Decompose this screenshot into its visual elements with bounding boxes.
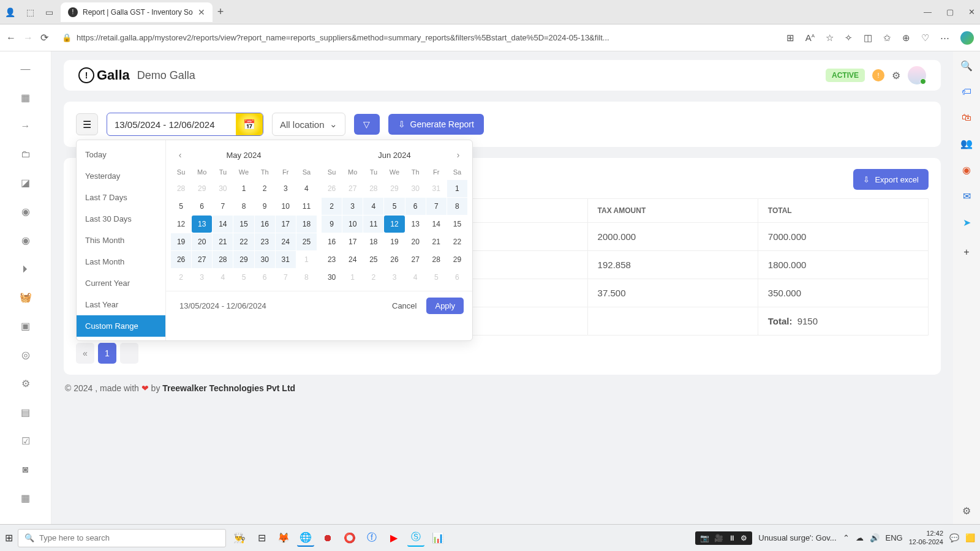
date-range-input[interactable] <box>107 119 236 130</box>
calendar-day[interactable]: 30 <box>255 251 275 268</box>
calendar-day[interactable]: 14 <box>426 216 447 233</box>
tray-accessory-icon[interactable]: 🟨 <box>965 533 975 542</box>
shopping-icon[interactable]: 🛍 <box>962 112 971 123</box>
calendar-day[interactable]: 13 <box>192 216 212 233</box>
gear-icon[interactable]: ⚙ <box>21 378 30 389</box>
dashboard-icon[interactable]: ▦ <box>21 92 30 103</box>
taskbar-search[interactable]: 🔍 Type here to search <box>18 529 226 547</box>
calendar-day[interactable]: 11 <box>296 198 317 215</box>
calendar-day[interactable]: 25 <box>363 251 383 268</box>
refresh-button[interactable]: ⟳ <box>40 32 48 43</box>
camera-icon[interactable]: ◙ <box>23 464 29 475</box>
facebook-icon[interactable]: ⓕ <box>363 530 380 547</box>
people-icon[interactable]: 👥 <box>960 138 973 149</box>
preset-last-month[interactable]: Last Month <box>77 251 165 272</box>
pin-icon[interactable]: ◎ <box>21 349 30 361</box>
office-icon[interactable]: ◉ <box>962 164 971 176</box>
page-prev[interactable]: « <box>76 343 94 364</box>
calendar-button[interactable]: 📅 <box>236 113 263 136</box>
prev-month-button[interactable]: ‹ <box>175 150 186 160</box>
split-screen-icon[interactable]: ◫ <box>864 32 872 43</box>
calendar-day[interactable]: 18 <box>363 233 383 250</box>
arrow-right-icon[interactable]: → <box>21 121 31 132</box>
forward-button[interactable]: → <box>23 32 33 43</box>
minimize-icon[interactable]: — <box>924 7 932 17</box>
calendar-day[interactable]: 14 <box>213 216 233 233</box>
calendar-day[interactable]: 6 <box>405 198 426 215</box>
calendar-day[interactable]: 28 <box>213 251 233 268</box>
calendar-day[interactable]: 21 <box>213 233 233 250</box>
calendar-icon[interactable]: ▦ <box>21 492 30 504</box>
sidebar-settings-icon[interactable]: ⚙ <box>962 505 971 517</box>
check-icon[interactable]: ☑ <box>21 435 30 447</box>
system-clock[interactable]: 12:42 12-06-2024 <box>909 530 943 545</box>
calendar-day[interactable]: 3 <box>342 198 363 215</box>
calendar-day[interactable]: 4 <box>296 180 317 197</box>
calendar-day[interactable]: 8 <box>447 198 467 215</box>
preset-last-30-days[interactable]: Last 30 Days <box>77 208 165 230</box>
calendar-day[interactable]: 2 <box>322 198 342 215</box>
blue-tag-icon[interactable]: 🏷 <box>962 86 971 97</box>
page-current[interactable]: 1 <box>98 343 116 364</box>
settings-gear-icon[interactable]: ⚙ <box>892 70 900 81</box>
youtube-icon[interactable]: ▶ <box>385 530 402 547</box>
text-size-icon[interactable]: AA <box>805 32 815 43</box>
card-icon[interactable]: ▣ <box>21 320 30 332</box>
folder-icon[interactable]: 🗀 <box>21 149 31 160</box>
settings-menu-icon[interactable]: ⋯ <box>940 32 949 43</box>
calendar-day[interactable]: 24 <box>342 251 363 268</box>
collapse-icon[interactable]: — <box>21 64 31 75</box>
calendar-day[interactable]: 10 <box>276 198 296 215</box>
calendar-day[interactable]: 24 <box>276 233 296 250</box>
tray-recording[interactable]: 📷 🎥 ⏸ ⚙ <box>695 531 752 545</box>
calendar-day[interactable]: 20 <box>405 233 426 250</box>
app-chef-icon[interactable]: 👨‍🍳 <box>231 530 248 547</box>
calendar-day[interactable]: 4 <box>363 198 383 215</box>
preset-custom-range[interactable]: Custom Range <box>77 315 165 337</box>
avatar[interactable] <box>908 66 926 84</box>
calendar-day[interactable]: 15 <box>233 216 254 233</box>
calendar-day[interactable]: 25 <box>296 233 317 250</box>
user2-icon[interactable]: ◉ <box>21 234 30 246</box>
new-tab-button[interactable]: + <box>217 6 224 18</box>
calendar-day[interactable]: 31 <box>276 251 296 268</box>
calendar-day[interactable]: 7 <box>426 198 447 215</box>
calendar-day[interactable]: 11 <box>363 216 383 233</box>
profile-icon[interactable]: 👤 <box>5 7 15 17</box>
cancel-button[interactable]: Cancel <box>392 301 417 310</box>
record-icon[interactable]: ⏺ <box>319 530 336 547</box>
calendar-day[interactable]: 27 <box>192 251 212 268</box>
apply-button[interactable]: Apply <box>426 298 464 314</box>
calendar-day[interactable]: 2 <box>255 180 275 197</box>
preset-last-year[interactable]: Last Year <box>77 294 165 315</box>
calendar-day[interactable]: 17 <box>276 216 296 233</box>
tab-actions-icon[interactable]: ▭ <box>45 7 53 17</box>
calendar-day[interactable]: 19 <box>171 233 191 250</box>
calendar-day[interactable]: 5 <box>171 198 191 215</box>
filter-button[interactable]: ▽ <box>354 114 380 135</box>
tray-chevron-icon[interactable]: ⌃ <box>843 533 850 542</box>
extensions-icon[interactable]: ✧ <box>845 32 853 43</box>
next-month-button[interactable]: › <box>453 150 464 160</box>
edge-icon[interactable]: 🌐 <box>297 530 314 547</box>
calendar-day[interactable]: 18 <box>296 216 317 233</box>
preset-this-month[interactable]: This Month <box>77 230 165 251</box>
calendar-day[interactable]: 9 <box>322 216 342 233</box>
date-range-field[interactable]: 📅 <box>107 113 263 136</box>
calendar-day[interactable]: 21 <box>426 233 447 250</box>
browser-tab[interactable]: ! Report | Galla GST - Inventory So ✕ <box>61 2 213 22</box>
calendar-day[interactable]: 5 <box>384 198 404 215</box>
calendar-day[interactable]: 30 <box>322 269 342 286</box>
collections-icon[interactable]: ⊕ <box>902 32 910 43</box>
news-widget[interactable]: Unusual surge': Gov... <box>758 533 836 542</box>
basket-icon[interactable]: 🧺 <box>20 291 32 303</box>
preset-last-7-days[interactable]: Last 7 Days <box>77 187 165 208</box>
notification-badge[interactable]: ! <box>872 69 884 81</box>
browser-essentials-icon[interactable]: ♡ <box>921 32 929 43</box>
calendar-day[interactable]: 12 <box>171 216 191 233</box>
calendar-day[interactable]: 16 <box>322 233 342 250</box>
calendar-day[interactable]: 1 <box>233 180 254 197</box>
calendar-day[interactable]: 26 <box>384 251 404 268</box>
preset-current-year[interactable]: Current Year <box>77 272 165 294</box>
generate-report-button[interactable]: ⇩ Generate Report <box>388 114 484 135</box>
